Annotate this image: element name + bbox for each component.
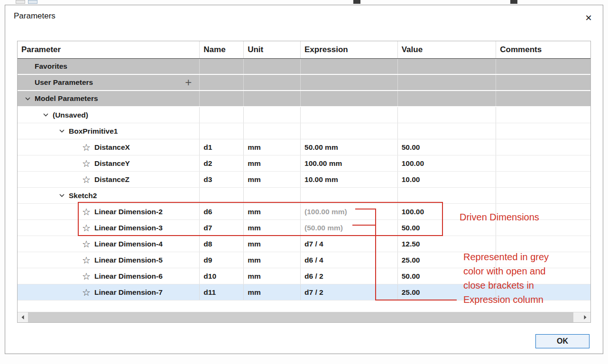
parameter-cell[interactable]: ☆ Linear Dimension-5 (18, 252, 200, 268)
comments-cell[interactable] (496, 172, 590, 187)
name-cell[interactable]: d7 (200, 220, 244, 236)
value-cell[interactable] (398, 91, 497, 106)
unit-cell[interactable] (244, 107, 301, 123)
name-cell[interactable] (200, 188, 244, 203)
value-cell[interactable]: 12.50 (398, 236, 497, 252)
name-cell[interactable] (200, 107, 244, 123)
table-row[interactable]: ☆ DistanceY d2 mm 100.00 mm 100.00 (18, 155, 590, 172)
parameter-cell[interactable]: ☆ Linear Dimension-7 (18, 284, 200, 300)
chevron-down-icon[interactable] (55, 129, 68, 133)
close-icon[interactable]: ✕ (581, 11, 596, 25)
expression-cell[interactable]: 100.00 mm (301, 155, 398, 171)
comments-cell[interactable] (496, 59, 590, 74)
table-row[interactable]: User Parameters + (18, 75, 590, 91)
name-cell[interactable]: d2 (200, 155, 244, 171)
comments-cell[interactable] (496, 284, 590, 300)
table-row[interactable]: (Unsaved) (18, 107, 590, 123)
value-cell[interactable]: 25.00 (398, 252, 497, 268)
table-row[interactable]: Favorites (18, 59, 590, 75)
value-cell[interactable]: 50.00 (398, 220, 497, 236)
unit-cell[interactable]: mm (244, 204, 301, 219)
favorite-star-icon[interactable]: ☆ (79, 223, 93, 233)
unit-cell[interactable] (244, 75, 301, 90)
comments-cell[interactable] (496, 204, 590, 219)
expression-cell[interactable]: 50.00 mm (301, 139, 398, 155)
parameter-cell[interactable]: ☆ Linear Dimension-3 (18, 220, 200, 236)
unit-cell[interactable]: mm (244, 139, 301, 155)
value-cell[interactable]: 100.00 (398, 155, 497, 171)
comments-cell[interactable] (496, 123, 590, 139)
horizontal-scrollbar[interactable] (18, 312, 590, 322)
scrollbar-thumb[interactable] (28, 312, 573, 322)
expression-cell[interactable]: d6 / 4 (301, 252, 398, 268)
comments-cell[interactable] (496, 252, 590, 268)
name-cell[interactable]: d11 (200, 284, 244, 300)
unit-cell[interactable] (244, 123, 301, 139)
comments-cell[interactable] (496, 107, 590, 123)
favorite-star-icon[interactable]: ☆ (79, 255, 93, 265)
name-cell[interactable]: d9 (200, 252, 244, 268)
table-row[interactable]: BoxPrimitive1 (18, 123, 590, 139)
comments-cell[interactable] (496, 188, 590, 203)
name-cell[interactable] (200, 123, 244, 139)
parameter-cell[interactable]: ☆ Linear Dimension-6 (18, 268, 200, 284)
table-row[interactable]: Model Parameters (18, 91, 590, 107)
table-row[interactable]: ☆ DistanceZ d3 mm 10.00 mm 10.00 (18, 172, 590, 188)
ok-button[interactable]: OK (535, 334, 590, 348)
value-cell[interactable] (398, 107, 497, 123)
table-row[interactable]: ☆ Linear Dimension-4 d8 mm d7 / 4 12.50 (18, 236, 590, 252)
unit-cell[interactable]: mm (244, 155, 301, 171)
expression-cell[interactable] (301, 59, 398, 74)
parameter-cell[interactable]: ☆ Linear Dimension-4 (18, 236, 200, 252)
favorite-star-icon[interactable]: ☆ (79, 207, 93, 217)
favorite-star-icon[interactable]: ☆ (79, 288, 93, 297)
favorite-star-icon[interactable]: ☆ (79, 239, 93, 249)
unit-cell[interactable]: mm (244, 268, 301, 284)
table-row[interactable]: ☆ Linear Dimension-6 d10 mm d6 / 2 50.00 (18, 268, 590, 284)
name-cell[interactable]: d6 (200, 204, 244, 219)
value-cell[interactable] (398, 75, 497, 90)
value-cell[interactable]: 100.00 (398, 204, 497, 219)
expression-cell[interactable] (301, 75, 398, 90)
expression-cell[interactable] (301, 107, 398, 123)
name-cell[interactable] (200, 91, 244, 106)
comments-cell[interactable] (496, 268, 590, 284)
comments-cell[interactable] (496, 75, 590, 90)
name-cell[interactable]: d8 (200, 236, 244, 252)
parameter-cell[interactable]: ☆ DistanceX (18, 139, 200, 155)
expression-cell[interactable]: d6 / 2 (301, 268, 398, 284)
unit-cell[interactable]: mm (244, 284, 301, 300)
chevron-down-icon[interactable] (21, 97, 34, 100)
expression-cell[interactable] (301, 188, 398, 203)
parameter-cell[interactable]: BoxPrimitive1 (18, 123, 200, 139)
comments-cell[interactable] (496, 220, 590, 236)
table-row[interactable]: ☆ Linear Dimension-2 d6 mm (100.00 mm) 1… (18, 204, 590, 220)
value-cell[interactable]: 25.00 (398, 284, 497, 300)
name-cell[interactable] (200, 59, 244, 74)
unit-cell[interactable]: mm (244, 252, 301, 268)
table-row[interactable]: ☆ Linear Dimension-7 d11 mm d7 / 2 25.00 (18, 284, 590, 300)
parameter-cell[interactable]: Sketch2 (18, 188, 200, 203)
add-user-parameter-button[interactable]: + (185, 77, 192, 88)
parameter-cell[interactable]: (Unsaved) (18, 107, 200, 123)
parameter-cell[interactable]: Model Parameters (18, 91, 200, 106)
parameter-cell[interactable]: ☆ DistanceZ (18, 172, 200, 187)
parameter-cell[interactable]: Favorites (18, 59, 200, 74)
expression-cell[interactable]: d7 / 2 (301, 284, 398, 300)
expression-cell[interactable] (301, 91, 398, 106)
table-row[interactable]: ☆ DistanceX d1 mm 50.00 mm 50.00 (18, 139, 590, 155)
unit-cell[interactable] (244, 91, 301, 106)
favorite-star-icon[interactable]: ☆ (79, 175, 93, 184)
favorite-star-icon[interactable]: ☆ (79, 143, 93, 152)
table-row[interactable]: Sketch2 (18, 188, 590, 204)
unit-cell[interactable] (244, 188, 301, 203)
value-cell[interactable]: 50.00 (398, 139, 497, 155)
parameter-cell[interactable]: ☆ Linear Dimension-2 (18, 204, 200, 219)
comments-cell[interactable] (496, 139, 590, 155)
expression-cell[interactable]: (50.00 mm) (301, 220, 398, 236)
name-cell[interactable] (200, 75, 244, 90)
favorite-star-icon[interactable]: ☆ (79, 159, 93, 168)
parameter-cell[interactable]: ☆ DistanceY (18, 155, 200, 171)
scroll-right-button[interactable] (580, 312, 590, 322)
chevron-down-icon[interactable] (39, 113, 52, 117)
